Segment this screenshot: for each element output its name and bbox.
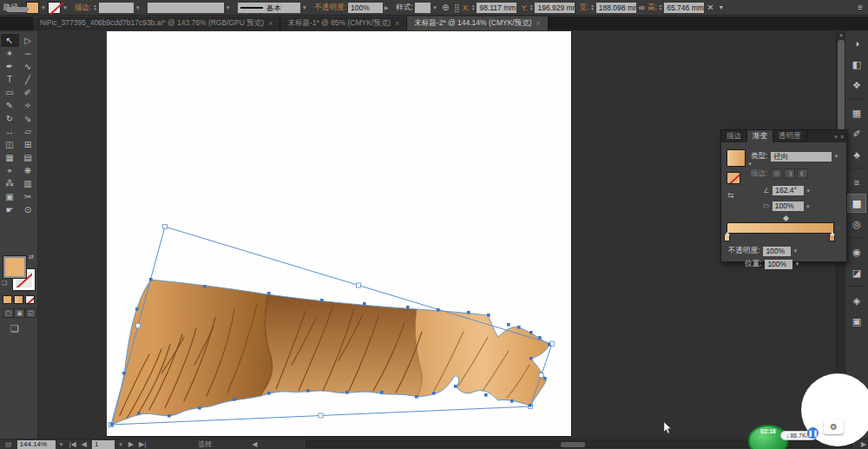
height-field[interactable]: 65.746 mm xyxy=(664,3,704,13)
tool-scale[interactable]: ⇘ xyxy=(19,112,37,125)
y-field[interactable]: 196.929 mm xyxy=(535,3,575,13)
tool-type[interactable]: T xyxy=(1,73,19,86)
recolor-artwork-icon[interactable]: ⊕ xyxy=(442,3,449,12)
close-icon[interactable]: × xyxy=(268,19,273,28)
stroke-weight-dropdown-icon[interactable]: ▼ xyxy=(135,5,141,10)
tool-zoom[interactable]: ⊙ xyxy=(19,203,37,216)
stroke-color-swatch[interactable] xyxy=(48,2,61,14)
canvas-area[interactable] xyxy=(38,31,836,439)
style-field[interactable] xyxy=(415,3,431,13)
tool-shape-builder[interactable]: ◫ xyxy=(1,138,19,151)
tool-eyedropper[interactable]: ⌖ xyxy=(1,164,19,177)
tool-graph[interactable]: ▥ xyxy=(19,177,37,190)
opacity-dropdown-icon[interactable]: ▼ xyxy=(792,248,798,254)
angle-dropdown-icon[interactable]: ▼ xyxy=(806,188,811,194)
aspect-ratio-field[interactable]: 100% xyxy=(773,201,804,211)
dock-layers-icon[interactable]: ◈ xyxy=(847,291,866,310)
tool-free-transform[interactable]: ▱ xyxy=(19,125,37,138)
screen-mode-button[interactable]: ❏ xyxy=(10,323,19,334)
settings-chip[interactable]: ⚙ xyxy=(824,419,844,434)
document-tab-1[interactable]: NiPic_377395_406b9cdd7b17c93b.ai* @ 143.… xyxy=(33,17,280,30)
fill-indicator[interactable] xyxy=(3,256,26,278)
location-dropdown-icon[interactable]: ▼ xyxy=(794,261,799,267)
gradient-swatch[interactable] xyxy=(727,149,746,167)
dock-artboards-icon[interactable]: ▣ xyxy=(847,312,866,331)
tab-gradient[interactable]: 渐变 xyxy=(747,130,773,142)
swap-fill-stroke-icon[interactable]: ⇄ xyxy=(29,254,34,261)
variable-width-dropdown-icon[interactable]: ▼ xyxy=(226,5,231,10)
tool-width[interactable]: ↔ xyxy=(1,125,19,138)
draw-normal-button[interactable]: ▢ xyxy=(3,308,14,318)
document-tab-3-active[interactable]: 未标题-2* @ 144.14% (CMYK/预览) × xyxy=(407,17,548,30)
dock-stroke-icon[interactable]: ≡ xyxy=(847,173,866,192)
gradient-presets-icon[interactable]: ▼ xyxy=(747,162,753,167)
first-artboard-icon[interactable]: |◀ xyxy=(69,440,76,448)
gradient-stop-right[interactable] xyxy=(829,234,835,241)
tool-pen[interactable]: ✒ xyxy=(1,60,19,73)
dock-symbols-icon[interactable]: ♣ xyxy=(847,145,866,164)
gradient-button[interactable] xyxy=(14,295,23,304)
opacity-label[interactable]: 不透明度: xyxy=(315,3,346,13)
pause-button[interactable]: ❚❚ xyxy=(807,427,819,439)
aspect-dropdown-icon[interactable]: ▼ xyxy=(806,204,811,209)
tool-paintbrush[interactable]: ✐ xyxy=(19,86,37,99)
color-button[interactable] xyxy=(3,295,12,304)
tool-pencil[interactable]: ✎ xyxy=(1,99,19,112)
tool-selection[interactable]: ↖ xyxy=(1,34,19,47)
none-button[interactable] xyxy=(25,295,35,304)
tool-gradient[interactable]: ▤ xyxy=(19,151,37,164)
hscroll-left-icon[interactable]: ◀ xyxy=(252,440,257,448)
tool-slice[interactable]: ✂ xyxy=(19,190,37,203)
height-stepper[interactable]: ▲▼ xyxy=(659,4,662,11)
collapse-panel-icon[interactable]: » xyxy=(834,134,838,140)
vertical-scroll-thumb[interactable] xyxy=(838,40,845,131)
delete-stop-icon[interactable]: ▫ xyxy=(837,224,839,232)
dock-brushes-icon[interactable]: ✐ xyxy=(847,124,866,143)
artboard-number-field[interactable]: 1 xyxy=(92,440,115,449)
brush-dropdown-icon[interactable]: ▼ xyxy=(302,5,307,10)
bark-shape[interactable] xyxy=(112,280,549,425)
tool-curvature[interactable]: ∿ xyxy=(19,60,37,73)
reference-point-icon[interactable]: ⣿ xyxy=(454,3,460,12)
stroke-along-icon[interactable]: ◨ xyxy=(784,168,795,179)
fill-dropdown-icon[interactable]: ▼ xyxy=(41,5,46,10)
close-icon[interactable]: × xyxy=(395,19,399,28)
stroke-weight-stepper[interactable]: ▲▼ xyxy=(93,4,96,11)
tool-blend[interactable]: ❋ xyxy=(19,164,37,177)
horizontal-scroll-thumb[interactable] xyxy=(561,442,585,447)
gradient-slider[interactable] xyxy=(727,222,834,234)
type-select[interactable]: 径向 xyxy=(771,152,832,162)
tool-direct-selection[interactable]: ▷ xyxy=(19,34,37,47)
style-dropdown-icon[interactable]: ▼ xyxy=(432,5,437,10)
zoom-dropdown-icon[interactable]: ▼ xyxy=(59,442,64,447)
dock-swatches-icon[interactable]: ▦ xyxy=(847,103,866,122)
dock-graphic-styles-icon[interactable]: ◪ xyxy=(847,263,866,282)
opacity-field[interactable]: 100% xyxy=(348,3,383,13)
tool-mesh[interactable]: ▦ xyxy=(1,151,19,164)
stroke-across-icon[interactable]: ◧ xyxy=(797,168,808,179)
dock-pattern-options-icon[interactable]: ❖ xyxy=(847,76,866,95)
tool-artboard[interactable]: ▣ xyxy=(1,190,19,203)
tool-line-segment[interactable]: ╱ xyxy=(19,73,37,86)
stroke-within-icon[interactable]: ▤ xyxy=(771,168,782,179)
tool-hand[interactable]: ☛ xyxy=(1,203,19,216)
stroke-weight-label[interactable]: 描边: xyxy=(75,3,91,13)
panel-menu-icon[interactable]: ≡ xyxy=(840,134,844,140)
gradient-midpoint-marker[interactable] xyxy=(783,215,789,221)
brush-definition-field[interactable]: 基本 xyxy=(238,3,300,13)
constrain-proportions-icon[interactable]: ∞ xyxy=(639,3,645,12)
x-field[interactable]: 98.117 mm xyxy=(477,3,516,13)
tool-rotate[interactable]: ↻ xyxy=(1,112,19,125)
next-artboard-icon[interactable]: ▶ xyxy=(128,440,134,448)
dock-appearance-icon[interactable]: ◉ xyxy=(847,242,866,261)
dock-gradient-icon[interactable]: ▩ xyxy=(847,194,866,213)
panel-collapse-icon[interactable]: ≡ xyxy=(858,3,863,12)
hscroll-right-icon[interactable]: ▶ xyxy=(861,440,866,448)
width-field[interactable]: 188.098 mm xyxy=(596,3,636,13)
tool-shaper[interactable]: ✧ xyxy=(19,99,37,112)
width-stepper[interactable]: ▲▼ xyxy=(590,4,594,11)
variable-width-field[interactable] xyxy=(148,3,224,13)
tab-stroke[interactable]: 描边 xyxy=(721,130,747,142)
tool-lasso[interactable]: ∽ xyxy=(19,47,37,60)
artboard-dropdown-icon[interactable]: ▼ xyxy=(118,442,123,447)
